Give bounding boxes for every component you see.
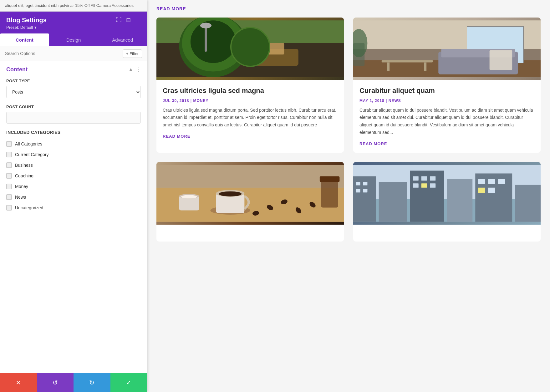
post-count-label: Post Count: [6, 104, 141, 109]
checkbox-uncategorized[interactable]: [6, 205, 12, 211]
blog-image-4: [353, 162, 541, 225]
category-money-label: Money: [15, 184, 28, 189]
category-current-category[interactable]: Current Category: [6, 149, 141, 160]
checkbox-coaching[interactable]: [6, 173, 12, 179]
svg-rect-17: [382, 60, 433, 62]
blog-excerpt-2: Curabitur aliquet quam id dui posuere bl…: [359, 107, 534, 136]
filter-button[interactable]: + Filter: [123, 49, 142, 58]
blog-meta-2: MAY 1, 2018 | NEWS: [359, 99, 534, 103]
category-news[interactable]: News: [6, 192, 141, 202]
save-button[interactable]: ✓: [110, 373, 147, 392]
svg-rect-60: [478, 188, 485, 193]
left-panel: aliquet elit, eget tincidunt nibh pulvin…: [0, 0, 147, 392]
svg-point-6: [200, 23, 211, 28]
svg-rect-44: [447, 179, 473, 221]
blog-card-1: Cras ultricies ligula sed magna JUL 30, …: [156, 18, 344, 153]
blog-grid: Cras ultricies ligula sed magna JUL 30, …: [156, 18, 541, 242]
more-options-icon[interactable]: ⋮: [135, 17, 141, 23]
cancel-button[interactable]: ✕: [0, 373, 37, 392]
post-type-group: Post Type Posts: [6, 79, 141, 98]
svg-rect-13: [467, 26, 524, 27]
category-all-categories[interactable]: All Categories: [6, 139, 141, 149]
categories-label: Included Categories: [6, 130, 141, 135]
post-count-group: Post Count 9: [6, 104, 141, 124]
blog-body-4: [353, 225, 541, 242]
action-bar: ✕ ↺ ↻ ✓: [0, 373, 147, 392]
svg-rect-51: [413, 176, 419, 181]
section-header: Content ▲ ⋮: [6, 66, 141, 73]
svg-point-31: [181, 195, 197, 198]
blog-image-1: [156, 18, 344, 80]
undo-button[interactable]: ↺: [37, 373, 74, 392]
blog-meta-1: JUL 30, 2018 | MONEY: [163, 99, 338, 103]
svg-rect-18: [387, 63, 390, 71]
svg-rect-55: [421, 183, 427, 188]
svg-rect-37: [321, 179, 338, 207]
blog-card-2: Curabitur aliquet quam MAY 1, 2018 | NEW…: [353, 18, 541, 153]
svg-rect-54: [413, 183, 419, 188]
category-business[interactable]: Business: [6, 160, 141, 171]
tab-advanced[interactable]: Advanced: [98, 33, 147, 46]
svg-rect-50: [363, 189, 368, 192]
svg-rect-42: [379, 182, 407, 221]
category-business-label: Business: [15, 163, 33, 168]
expand-icon[interactable]: ⛶: [116, 17, 122, 23]
blog-card-3: [156, 162, 344, 242]
read-more-top[interactable]: READ MORE: [156, 6, 541, 11]
category-money[interactable]: Money: [6, 181, 141, 192]
checkbox-news[interactable]: [6, 194, 12, 200]
post-count-input[interactable]: 9: [6, 112, 141, 124]
svg-rect-61: [488, 188, 495, 193]
blog-read-more-2[interactable]: READ MORE: [359, 141, 387, 146]
blog-body-2: Curabitur aliquet quam MAY 1, 2018 | NEW…: [353, 80, 541, 153]
blog-body-3: [156, 225, 344, 242]
svg-point-4: [191, 20, 236, 63]
svg-rect-14: [523, 26, 524, 63]
svg-rect-53: [430, 176, 435, 181]
svg-rect-59: [498, 179, 505, 184]
blog-read-more-1[interactable]: READ MORE: [163, 134, 190, 139]
blog-card-4: [353, 162, 541, 242]
category-uncategorized[interactable]: Uncategorized: [6, 202, 141, 213]
panel-preset: Preset: Default ▾: [6, 25, 47, 30]
blog-body-1: Cras ultricies ligula sed magna JUL 30, …: [156, 80, 344, 145]
blog-title-1: Cras ultricies ligula sed magna: [163, 86, 338, 95]
checkbox-business[interactable]: [6, 162, 12, 168]
svg-rect-49: [356, 189, 360, 192]
blog-image-2: [353, 18, 541, 80]
tab-design[interactable]: Design: [49, 33, 98, 46]
svg-rect-47: [356, 182, 360, 185]
post-type-select[interactable]: Posts: [6, 86, 141, 98]
svg-rect-48: [363, 182, 368, 185]
search-filter-bar: + Filter: [0, 46, 147, 61]
svg-rect-58: [488, 179, 495, 184]
svg-rect-52: [421, 176, 427, 181]
search-input[interactable]: [5, 51, 120, 56]
blog-title-2: Curabitur aliquet quam: [359, 86, 534, 95]
category-all-categories-label: All Categories: [15, 141, 42, 146]
section-title: Content: [6, 66, 28, 73]
svg-rect-8: [256, 43, 284, 54]
panel-header: Blog Settings Preset: Default ▾ ⛶ ⊟ ⋮: [0, 12, 147, 33]
svg-rect-46: [515, 185, 541, 222]
included-categories-group: Included Categories All Categories Curre…: [6, 130, 141, 213]
checkbox-current-category[interactable]: [6, 152, 12, 157]
checkbox-all-categories[interactable]: [6, 141, 12, 147]
pre-panel-text: aliquet elit, eget tincidunt nibh pulvin…: [0, 0, 147, 12]
collapse-icon[interactable]: ▲: [128, 67, 133, 72]
svg-rect-57: [478, 179, 485, 184]
columns-icon[interactable]: ⊟: [126, 17, 131, 23]
section-controls: ▲ ⋮: [128, 67, 141, 73]
category-current-category-label: Current Category: [15, 152, 48, 157]
post-type-label: Post Type: [6, 79, 141, 83]
svg-rect-19: [424, 63, 426, 71]
category-news-label: News: [15, 195, 26, 200]
redo-button[interactable]: ↻: [74, 373, 110, 392]
section-more-icon[interactable]: ⋮: [136, 67, 141, 73]
tab-content[interactable]: Content: [0, 33, 49, 46]
category-coaching[interactable]: Coaching: [6, 171, 141, 181]
svg-rect-22: [490, 50, 512, 70]
panel-tabs: Content Design Advanced: [0, 33, 147, 46]
blog-excerpt-1: Cras ultricies ligula sed magna dictum p…: [163, 107, 338, 129]
checkbox-money[interactable]: [6, 184, 12, 189]
